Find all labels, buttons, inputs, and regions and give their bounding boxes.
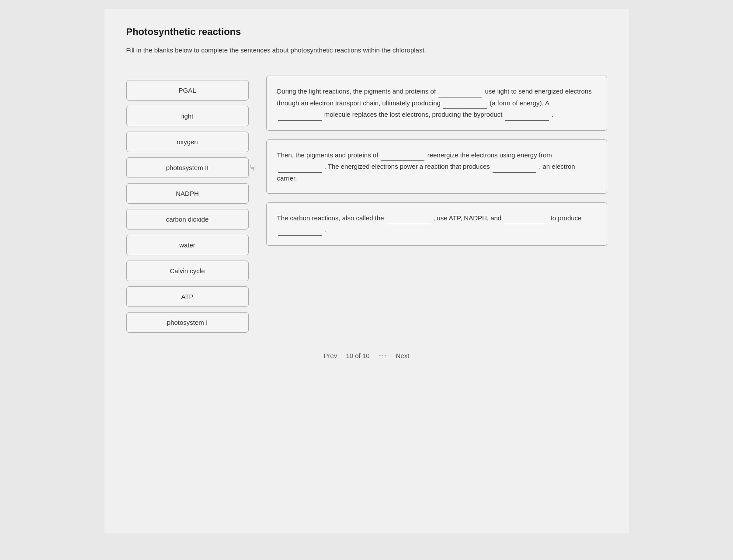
main-content: PGAL light oxygen photosystem II ☟ NADPH… [126,76,607,333]
menu-dots-icon[interactable]: ⋯ [379,350,387,361]
blank-2-3[interactable] [493,161,536,173]
word-card-photosystem-i[interactable]: photosystem I [126,312,249,333]
text-box-1-segment-1: During the light reactions, the pigments… [277,87,436,95]
word-label-water: water [179,241,195,249]
word-label-carbon-dioxide: carbon dioxide [166,216,209,223]
blank-3-2[interactable] [504,212,548,224]
text-box-2-period: . The energized electrons power a reacti… [324,163,490,170]
text-box-1-segment-3: (a form of energy). A [490,99,549,107]
text-box-3-segment-2: , use ATP, NADPH, and [433,214,501,222]
word-bank: PGAL light oxygen photosystem II ☟ NADPH… [126,80,249,333]
text-box-3-segment-1: The carbon reactions, also called the [277,214,384,222]
word-label-nadph: NADPH [176,190,199,197]
bottom-nav: Prev 10 of 10 ⋯ Next [126,350,607,361]
blank-2-1[interactable] [381,150,424,161]
drag-cursor-icon: ☟ [250,163,255,173]
word-card-light[interactable]: light [126,106,249,126]
text-box-1-segment-4: molecule replaces the lost electrons, pr… [324,111,503,118]
word-card-water[interactable]: water [126,235,249,255]
blank-1-4[interactable] [505,109,549,121]
text-box-2: Then, the pigments and proteins of reene… [266,139,607,194]
text-box-2-segment-2: reenergize the electrons using energy fr… [427,151,552,159]
word-card-carbon-dioxide[interactable]: carbon dioxide [126,209,249,230]
word-label-pgal: PGAL [178,87,196,94]
word-label-photosystem-i: photosystem I [167,319,208,326]
page-title: Photosynthetic reactions [126,26,607,38]
text-boxes-container: During the light reactions, the pigments… [266,76,607,246]
text-box-3-segment-3: to produce [551,214,582,222]
page-subtitle: Fill in the blanks below to complete the… [126,46,607,54]
word-card-oxygen[interactable]: oxygen [126,132,249,152]
blank-1-2[interactable] [443,97,487,109]
word-label-atp: ATP [181,293,193,300]
word-card-pgal[interactable]: PGAL [126,80,249,101]
blank-1-3[interactable] [278,109,322,121]
word-label-calvin-cycle: Calvin cycle [170,267,205,275]
page-indicator: 10 of 10 [346,352,369,359]
text-box-3: The carbon reactions, also called the , … [266,202,607,246]
word-card-atp[interactable]: ATP [126,286,249,307]
word-label-oxygen: oxygen [177,138,198,146]
text-box-1-period-1: . [552,111,553,118]
blank-2-2[interactable] [278,161,322,173]
word-label-light: light [181,112,194,120]
prev-button[interactable]: Prev [324,352,337,359]
blank-3-1[interactable] [387,212,431,224]
text-box-1: During the light reactions, the pigments… [266,76,607,131]
word-card-calvin-cycle[interactable]: Calvin cycle [126,261,249,281]
word-label-photosystem-ii: photosystem II [166,164,209,171]
blank-1-1[interactable] [438,86,482,97]
word-card-photosystem-ii[interactable]: photosystem II ☟ [126,157,249,178]
blank-3-3[interactable] [278,224,322,236]
page-container: Photosynthetic reactions Fill in the bla… [104,9,629,533]
word-card-nadph[interactable]: NADPH [126,183,249,204]
text-box-2-segment-1: Then, the pigments and proteins of [277,151,379,159]
next-button[interactable]: Next [396,352,410,359]
text-box-3-period: . [324,226,326,233]
